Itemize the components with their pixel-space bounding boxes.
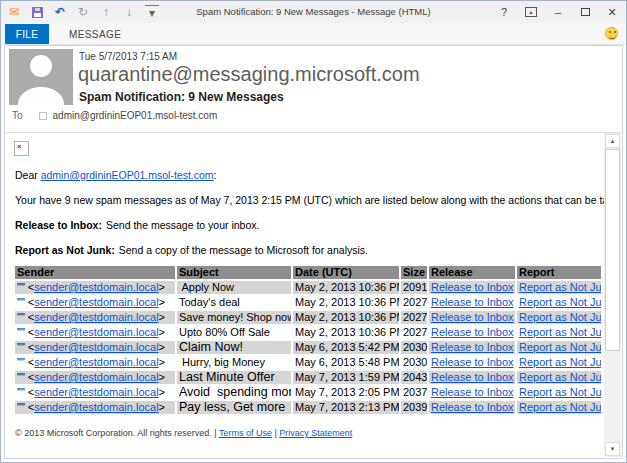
subject-cell: Hurry, big Money — [177, 356, 291, 369]
feedback-smiley-icon[interactable] — [605, 27, 618, 40]
scrollbar-thumb[interactable] — [605, 149, 620, 351]
subject-cell: Avoid spending more — [177, 386, 291, 399]
privacy-statement-link[interactable]: Privacy Statement — [279, 428, 352, 438]
date-cell: May 2, 2013 10:36 PM — [293, 311, 399, 324]
sender-address-link[interactable]: sender@testdomain.local — [34, 401, 158, 413]
to-label: To — [12, 110, 23, 121]
release-description-label: Release to Inbox: — [15, 219, 102, 231]
mail-icon[interactable]: ✉ — [7, 5, 21, 19]
release-to-inbox-link[interactable]: Release to Inbox — [431, 296, 514, 308]
scroll-up-button[interactable]: ▲ — [605, 134, 620, 148]
report-as-not-junk-link[interactable]: Report as Not Junk — [519, 341, 601, 353]
table-row: "" <sender@testdomain.local> Hurry, big … — [15, 356, 601, 369]
broken-image-icon[interactable]: × — [14, 141, 29, 156]
report-cell: Report as Not Junk — [517, 281, 601, 294]
date-cell: May 7, 2013 1:59 PM — [293, 371, 399, 384]
sender-address-link[interactable]: sender@testdomain.local — [34, 356, 158, 368]
release-to-inbox-link[interactable]: Release to Inbox — [431, 401, 514, 413]
report-cell: Report as Not Junk — [517, 311, 601, 324]
release-to-inbox-link[interactable]: Release to Inbox — [431, 386, 514, 398]
save-icon[interactable] — [30, 5, 44, 19]
size-cell: 2091 — [401, 281, 427, 294]
column-header-sender: Sender — [15, 266, 175, 279]
report-cell: Report as Not Junk — [517, 371, 601, 384]
message-subject: Spam Notification: 9 New Messages — [79, 90, 284, 104]
report-as-not-junk-link[interactable]: Report as Not Junk — [519, 281, 601, 293]
greeting-recipient-link[interactable]: admin@grdininEOP01.msol-test.com — [41, 169, 214, 181]
message-sender-address: quarantine@messaging.microsoft.com — [78, 63, 420, 86]
release-to-inbox-link[interactable]: Release to Inbox — [431, 311, 514, 323]
recipient-address[interactable]: admin@grdininEOP01.msol-test.com — [53, 110, 218, 121]
sender-address-link[interactable]: sender@testdomain.local — [34, 371, 158, 383]
next-item-icon[interactable]: ↓ — [122, 5, 136, 19]
release-to-inbox-link[interactable]: Release to Inbox — [431, 326, 514, 338]
sender-address-link[interactable]: sender@testdomain.local — [34, 281, 158, 293]
tab-message[interactable]: MESSAGE — [59, 24, 131, 44]
release-cell: Release to Inbox — [429, 386, 515, 399]
release-to-inbox-link[interactable]: Release to Inbox — [431, 341, 514, 353]
table-row: "" <sender@testdomain.local> Claim Now! … — [15, 341, 601, 354]
terms-of-use-link[interactable]: Terms of Use — [219, 428, 272, 438]
intro-line: Your have 9 new spam messages as of May … — [15, 194, 604, 206]
quick-access-toolbar: ✉ ↶ ↻ ↑ ↓ ▾ — [7, 1, 159, 23]
report-as-not-junk-link[interactable]: Report as Not Junk — [519, 326, 601, 338]
report-as-not-junk-link[interactable]: Report as Not Junk — [519, 371, 601, 383]
sender-suffix: > — [159, 326, 165, 338]
sender-address-link[interactable]: sender@testdomain.local — [34, 311, 158, 323]
report-as-not-junk-link[interactable]: Report as Not Junk — [519, 296, 601, 308]
sender-cell: "" <sender@testdomain.local> — [15, 371, 175, 384]
column-header-size: Size — [401, 266, 427, 279]
sender-address-link[interactable]: sender@testdomain.local — [34, 341, 158, 353]
report-as-not-junk-link[interactable]: Report as Not Junk — [519, 386, 601, 398]
sender-display-name: "" < — [17, 326, 34, 338]
release-to-inbox-link[interactable]: Release to Inbox — [431, 371, 514, 383]
size-cell: 2030 — [401, 341, 427, 354]
report-as-not-junk-link[interactable]: Report as Not Junk — [519, 311, 601, 323]
size-cell: 2043 — [401, 371, 427, 384]
sender-suffix: > — [159, 311, 165, 323]
vertical-scrollbar[interactable]: ▲ ▼ — [604, 133, 621, 457]
sender-suffix: > — [159, 371, 165, 383]
sender-display-name: "" < — [17, 281, 34, 293]
report-as-not-junk-link[interactable]: Report as Not Junk — [519, 356, 601, 368]
report-as-not-junk-link[interactable]: Report as Not Junk — [519, 401, 601, 413]
report-description-line: Report as Not Junk:Send a copy of the me… — [15, 244, 604, 256]
previous-item-icon[interactable]: ↑ — [99, 5, 113, 19]
ribbon-display-options-button[interactable]: ▴ — [521, 4, 541, 20]
greeting-line: Dear admin@grdininEOP01.msol-test.com: — [15, 169, 604, 181]
sender-display-name: "" < — [17, 356, 34, 368]
report-description-text: Send a copy of the message to Microsoft … — [119, 244, 368, 256]
date-cell: May 2, 2013 10:36 PM — [293, 281, 399, 294]
tab-file[interactable]: FILE — [5, 24, 49, 44]
undo-icon[interactable]: ↶ — [53, 5, 67, 19]
size-cell: 2039 — [401, 401, 427, 414]
date-cell: May 6, 2013 5:48 PM — [293, 356, 399, 369]
sender-cell: "" <sender@testdomain.local> — [15, 401, 175, 414]
close-button[interactable]: ✕ — [602, 4, 622, 20]
window-title: Spam Notification: 9 New Messages - Mess… — [151, 1, 476, 23]
sender-cell: "" <sender@testdomain.local> — [15, 356, 175, 369]
subject-cell: Claim Now! — [177, 341, 291, 354]
maximize-button[interactable] — [575, 4, 595, 20]
avatar-head — [30, 55, 52, 77]
sender-address-link[interactable]: sender@testdomain.local — [34, 326, 158, 338]
ribbon-tab-strip: FILE MESSAGE — [1, 23, 626, 45]
sender-display-name: "" < — [17, 311, 34, 323]
sender-cell: "" <sender@testdomain.local> — [15, 326, 175, 339]
size-cell: 2037 — [401, 386, 427, 399]
release-to-inbox-link[interactable]: Release to Inbox — [431, 281, 514, 293]
scroll-down-button[interactable]: ▼ — [605, 442, 620, 456]
table-row: "" <sender@testdomain.local> Avoid spend… — [15, 386, 601, 399]
redo-icon[interactable]: ↻ — [76, 5, 90, 19]
window-controls: ? ▴ – ✕ — [494, 1, 622, 23]
minimize-button[interactable]: – — [548, 4, 568, 20]
table-row: "" <sender@testdomain.local> Last Minute… — [15, 371, 601, 384]
sender-address-link[interactable]: sender@testdomain.local — [34, 296, 158, 308]
column-header-date-utc-: Date (UTC) — [293, 266, 399, 279]
outlook-message-window: ✉ ↶ ↻ ↑ ↓ ▾ Spam Notification: 9 New Mes… — [0, 0, 627, 463]
sender-display-name: "" < — [17, 341, 34, 353]
help-button[interactable]: ? — [494, 4, 514, 20]
release-to-inbox-link[interactable]: Release to Inbox — [431, 356, 514, 368]
sender-address-link[interactable]: sender@testdomain.local — [34, 386, 158, 398]
message-reading-pane: Tue 5/7/2013 7:15 AM quarantine@messagin… — [4, 45, 623, 459]
